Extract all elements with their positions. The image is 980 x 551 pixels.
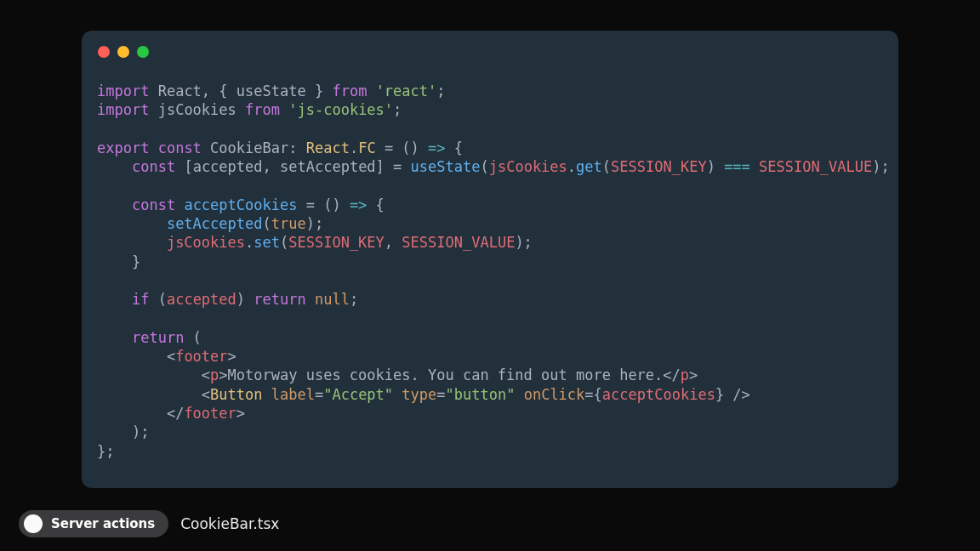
code-ident: accepted	[167, 291, 236, 308]
code-punct: .	[245, 234, 254, 251]
code-fn: setAccepted	[167, 215, 263, 232]
code-punct: (	[184, 329, 201, 346]
code-punct: )	[236, 291, 254, 308]
code-fn: get	[576, 158, 602, 175]
code-keyword: if	[132, 291, 149, 308]
code-punct: {	[367, 196, 384, 213]
code-ident: jsCookies	[158, 101, 236, 118]
code-punct: (	[149, 291, 166, 308]
window-minimize-dot[interactable]	[117, 46, 129, 58]
code-attr: onClick	[524, 386, 585, 403]
code-ident: acceptCookies	[184, 196, 297, 213]
code-punct: [	[184, 158, 192, 175]
code-punct: ;	[350, 291, 358, 308]
code-ident: jsCookies	[489, 158, 567, 175]
code-tag: footer	[184, 405, 236, 422]
code-ident: useState	[236, 82, 306, 99]
code-keyword: import	[97, 101, 149, 118]
code-punct: );	[132, 423, 149, 440]
code-punct: ={	[584, 386, 601, 403]
code-keyword: const	[158, 139, 202, 156]
code-punct	[750, 158, 759, 175]
server-actions-badge[interactable]: Server actions	[19, 510, 168, 537]
code-const: SESSION_VALUE	[402, 234, 515, 251]
code-punct: , {	[202, 82, 236, 99]
code-tag: p	[681, 366, 689, 383]
code-punct: }	[132, 253, 140, 270]
code-punct: :	[288, 139, 305, 156]
code-const: SESSION_KEY	[288, 234, 385, 251]
window-chrome	[82, 31, 898, 63]
code-tag: footer	[175, 348, 227, 365]
code-punct: =	[315, 386, 323, 403]
code-punct: )	[707, 158, 724, 175]
code-punct: <	[167, 348, 175, 365]
code-punct: = ()	[376, 139, 428, 156]
code-punct: ,	[263, 158, 280, 175]
code-punct: ] =	[376, 158, 411, 175]
code-ident: acceptCookies	[602, 386, 715, 403]
code-punct: );	[306, 215, 323, 232]
code-ident: accepted	[193, 158, 263, 175]
code-string: "Accept"	[323, 386, 393, 403]
code-punct: (	[480, 158, 488, 175]
code-punct: </	[167, 405, 184, 422]
code-operator: ===	[724, 158, 750, 175]
code-type: FC	[358, 139, 375, 156]
window-close-dot[interactable]	[98, 46, 110, 58]
code-punct: >	[236, 405, 245, 422]
code-keyword: return	[254, 291, 305, 308]
code-null: null	[315, 291, 350, 308]
code-ident: React	[158, 82, 202, 99]
code-punct: }	[306, 82, 333, 99]
code-editor-window: import React, { useState } from 'react';…	[82, 31, 898, 488]
code-keyword: import	[97, 82, 149, 99]
code-attr: type	[402, 386, 436, 403]
code-ident: setAccepted	[280, 158, 376, 175]
code-fn: set	[254, 234, 280, 251]
code-punct: >	[689, 366, 698, 383]
code-punct: >	[219, 366, 227, 383]
code-keyword: from	[245, 101, 280, 118]
code-string: "button"	[446, 386, 516, 403]
badge-circle-icon	[24, 514, 43, 533]
code-keyword: return	[132, 329, 184, 346]
code-punct: = ()	[297, 196, 349, 213]
code-const: SESSION_KEY	[611, 158, 707, 175]
code-punct: {	[446, 139, 463, 156]
code-punct: </	[663, 366, 680, 383]
code-string: 'js-cookies'	[288, 101, 393, 118]
code-punct: (	[262, 215, 271, 232]
code-punct: ,	[385, 234, 402, 251]
code-keyword: export	[97, 139, 149, 156]
code-text: Motorway uses cookies. You can find out …	[228, 366, 664, 383]
caption-row: Server actions CookieBar.tsx	[19, 510, 279, 537]
code-ident: CookieBar	[210, 139, 288, 156]
filename-label: CookieBar.tsx	[180, 515, 279, 532]
code-punct: (	[280, 234, 288, 251]
code-keyword: const	[132, 158, 175, 175]
code-block: import React, { useState } from 'react';…	[82, 63, 898, 461]
code-ident: jsCookies	[167, 234, 245, 251]
code-punct: .	[350, 139, 358, 156]
code-keyword: const	[132, 196, 175, 213]
code-punct: );	[872, 158, 889, 175]
code-const: SESSION_VALUE	[759, 158, 872, 175]
code-operator: =>	[428, 139, 445, 156]
code-punct: >	[228, 348, 236, 365]
code-tag: p	[210, 366, 219, 383]
code-punct: ;	[393, 101, 402, 118]
code-punct: <	[202, 386, 210, 403]
code-punct: (	[602, 158, 611, 175]
code-punct: ;	[436, 82, 445, 99]
badge-label: Server actions	[51, 516, 155, 531]
code-punct: <	[202, 366, 210, 383]
code-fn: useState	[411, 158, 481, 175]
code-attr: label	[271, 386, 315, 403]
code-keyword: from	[332, 82, 367, 99]
code-punct: =	[436, 386, 445, 403]
code-component: Button	[210, 386, 262, 403]
code-punct: );	[515, 234, 532, 251]
code-type: React	[306, 139, 350, 156]
window-zoom-dot[interactable]	[137, 46, 149, 58]
